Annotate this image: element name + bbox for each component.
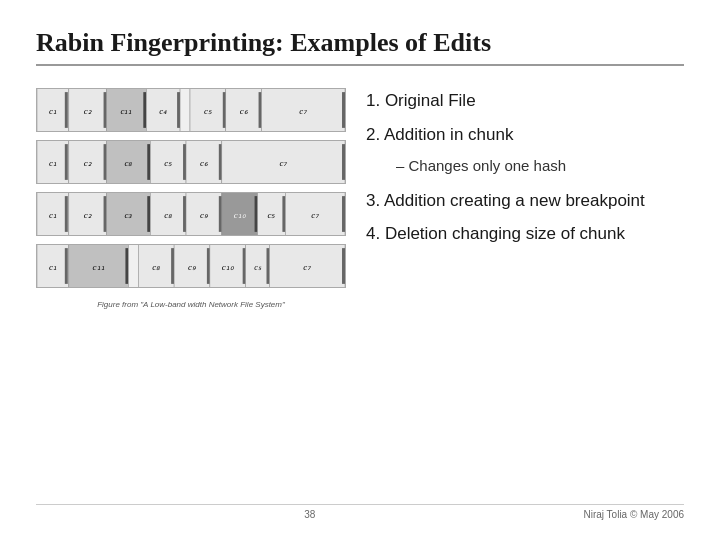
svg-text:c₇: c₇ — [299, 106, 308, 116]
slide-title: Rabin Fingerprinting: Examples of Edits — [36, 28, 684, 66]
svg-rect-63 — [342, 196, 345, 232]
list-item-1: 1. Original File — [366, 88, 684, 114]
svg-text:c₃: c₃ — [124, 210, 132, 220]
svg-rect-30 — [147, 144, 150, 180]
list-item-4: 4. Deletion changing size of chunk — [366, 221, 684, 247]
svg-text:c₁: c₁ — [49, 158, 57, 168]
svg-text:c₄: c₄ — [159, 106, 167, 116]
svg-rect-79 — [243, 248, 246, 284]
svg-text:c₆: c₆ — [240, 106, 248, 116]
svg-text:c₁₁: c₁₁ — [120, 106, 132, 116]
svg-text:c₁: c₁ — [49, 106, 57, 116]
svg-rect-24 — [65, 144, 68, 180]
svg-rect-5 — [104, 92, 107, 128]
svg-text:c₁: c₁ — [49, 262, 57, 272]
svg-text:c₇: c₇ — [279, 158, 288, 168]
svg-rect-27 — [104, 144, 107, 180]
svg-rect-54 — [219, 196, 222, 232]
svg-text:c₁₁: c₁₁ — [93, 262, 105, 272]
svg-rect-36 — [219, 144, 222, 180]
svg-text:c₁₀: c₁₀ — [234, 210, 246, 220]
diagram-row-3: c₁ c₂ c₃ c₈ c₉ — [36, 192, 346, 236]
figure-caption: Figure from "A Low-band width Network Fi… — [36, 300, 346, 309]
svg-rect-60 — [282, 196, 285, 232]
svg-text:c₅: c₅ — [204, 106, 212, 116]
svg-rect-48 — [147, 196, 150, 232]
svg-text:c₂: c₂ — [84, 158, 92, 168]
svg-rect-18 — [259, 92, 262, 128]
svg-rect-85 — [342, 248, 345, 284]
svg-text:c₈: c₈ — [164, 210, 172, 220]
diagram-row-4: c₁ c₁₁ c₈ c₉ — [36, 244, 346, 288]
list-item-2: 2. Addition in chunk — [366, 122, 684, 148]
diagrams-panel: c₁ c₂ c₁₁ c₄ — [36, 84, 346, 496]
svg-rect-51 — [183, 196, 186, 232]
svg-rect-15 — [223, 92, 226, 128]
diagram-row-1: c₁ c₂ c₁₁ c₄ — [36, 88, 346, 132]
svg-text:c₅: c₅ — [267, 210, 275, 220]
svg-rect-39 — [342, 144, 345, 180]
footer: 38 Niraj Tolia © May 2006 — [36, 504, 684, 520]
svg-rect-70 — [128, 244, 138, 288]
svg-rect-42 — [65, 196, 68, 232]
svg-rect-82 — [267, 248, 270, 284]
svg-text:c₈: c₈ — [124, 158, 132, 168]
svg-text:c₉: c₉ — [188, 262, 196, 272]
page-number: 38 — [304, 509, 315, 520]
svg-rect-66 — [65, 248, 68, 284]
svg-rect-33 — [183, 144, 186, 180]
list-item-2-sub: – Changes only one hash — [366, 155, 684, 178]
svg-rect-21 — [342, 92, 345, 128]
svg-rect-11 — [177, 92, 180, 128]
list-item-3: 3. Addition creating a new breakpoint — [366, 188, 684, 214]
svg-rect-76 — [207, 248, 210, 284]
diagram-row-2: c₁ c₂ c₈ c₅ c₆ — [36, 140, 346, 184]
svg-rect-8 — [143, 92, 146, 128]
svg-rect-57 — [255, 196, 258, 232]
svg-text:c₂: c₂ — [84, 106, 92, 116]
author-credit: Niraj Tolia © May 2006 — [583, 509, 684, 520]
svg-text:c₂: c₂ — [84, 210, 92, 220]
svg-text:c₁₀: c₁₀ — [222, 262, 234, 272]
svg-text:c₅: c₅ — [164, 158, 172, 168]
svg-text:c₅: c₅ — [254, 263, 262, 272]
svg-rect-2 — [65, 92, 68, 128]
svg-rect-12 — [180, 88, 190, 132]
svg-rect-45 — [104, 196, 107, 232]
svg-text:c₇: c₇ — [303, 262, 312, 272]
svg-text:c₉: c₉ — [200, 210, 208, 220]
content-area: c₁ c₂ c₁₁ c₄ — [36, 84, 684, 496]
svg-text:c₈: c₈ — [152, 262, 160, 272]
svg-rect-73 — [171, 248, 174, 284]
svg-rect-69 — [125, 248, 128, 284]
svg-text:c₇: c₇ — [311, 210, 320, 220]
svg-text:c₁: c₁ — [49, 210, 57, 220]
slide: Rabin Fingerprinting: Examples of Edits … — [0, 0, 720, 540]
text-list: 1. Original File 2. Addition in chunk – … — [366, 84, 684, 496]
svg-text:c₆: c₆ — [200, 158, 208, 168]
